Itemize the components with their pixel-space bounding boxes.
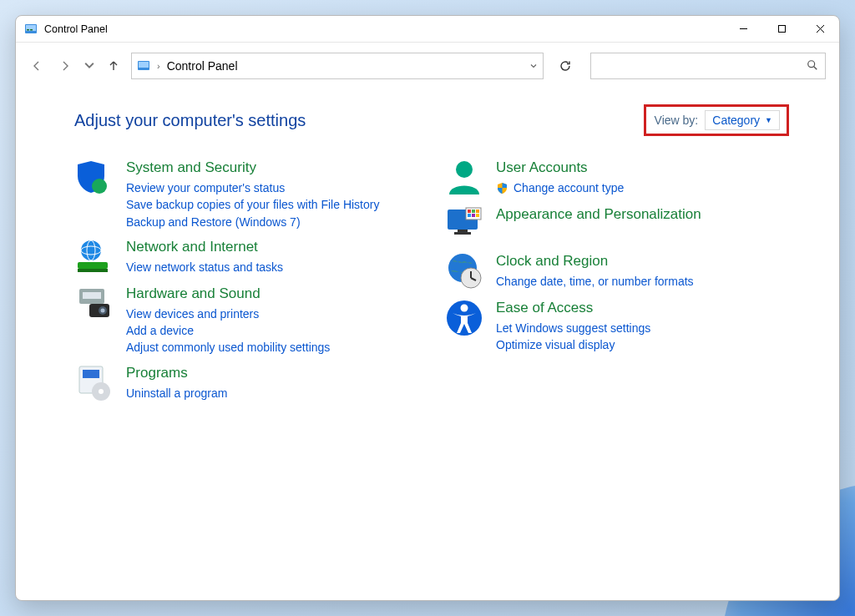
category-link[interactable]: Save backup copies of your files with Fi…: [126, 196, 379, 213]
view-by-label: View by:: [655, 114, 699, 127]
svg-rect-29: [458, 230, 468, 232]
category-title[interactable]: Network and Internet: [126, 239, 283, 255]
category-hardware-sound: Hardware and Sound View devices and prin…: [74, 280, 419, 360]
view-by-value: Category: [712, 114, 760, 127]
search-input[interactable]: [590, 53, 826, 79]
search-icon: [807, 59, 818, 73]
svg-point-26: [99, 389, 104, 394]
monitor-colors-icon: [444, 204, 484, 245]
category-title[interactable]: User Accounts: [496, 159, 624, 176]
minimize-button[interactable]: [724, 16, 762, 42]
svg-rect-32: [468, 210, 471, 213]
uac-shield-icon: [496, 182, 508, 194]
category-link[interactable]: Let Windows suggest settings: [496, 320, 650, 336]
category-link[interactable]: Review your computer's status: [126, 179, 379, 196]
close-button[interactable]: [801, 16, 839, 42]
category-link[interactable]: Optimize visual display: [496, 336, 650, 353]
programs-disc-icon: [74, 363, 114, 403]
page-title: Adjust your computer's settings: [74, 111, 306, 130]
window-title: Control Panel: [44, 23, 724, 35]
breadcrumb[interactable]: Control Panel: [167, 59, 238, 73]
printer-camera-icon: [74, 284, 114, 324]
view-by-highlight: View by: Category ▼: [644, 104, 789, 136]
navigation-row: › Control Panel: [16, 43, 839, 89]
svg-rect-24: [83, 370, 99, 378]
category-link[interactable]: View network status and tasks: [126, 259, 283, 275]
category-link-label: Change account type: [514, 179, 624, 196]
svg-rect-34: [476, 210, 479, 213]
address-bar[interactable]: › Control Panel: [131, 53, 544, 79]
category-network-internet: Network and Internet View network status…: [74, 234, 419, 280]
svg-rect-35: [468, 214, 471, 217]
user-icon: [444, 158, 484, 198]
svg-point-12: [92, 179, 107, 194]
up-button[interactable]: [103, 55, 124, 77]
category-link[interactable]: View devices and printers: [126, 305, 330, 322]
category-link[interactable]: Change date, time, or number formats: [496, 273, 694, 290]
globe-clock-icon: [444, 251, 484, 291]
svg-point-22: [101, 308, 105, 312]
maximize-button[interactable]: [762, 16, 801, 42]
control-panel-icon: [24, 23, 38, 36]
back-button[interactable]: [26, 55, 48, 77]
category-title[interactable]: Ease of Access: [496, 300, 650, 316]
category-user-accounts: User Accounts Change account type: [444, 154, 789, 201]
control-panel-small-icon: [137, 59, 150, 73]
category-link[interactable]: Add a device: [126, 322, 330, 339]
svg-rect-9: [139, 62, 149, 68]
globe-network-icon: [74, 237, 114, 277]
right-column: User Accounts Change account type: [444, 154, 789, 406]
svg-point-13: [81, 240, 101, 260]
accessibility-icon: [444, 298, 484, 338]
category-title[interactable]: Hardware and Sound: [126, 285, 330, 302]
category-appearance-personalization: Appearance and Personalization: [444, 201, 789, 248]
category-title[interactable]: Programs: [126, 365, 227, 381]
left-column: System and Security Review your computer…: [74, 154, 419, 406]
svg-rect-36: [472, 214, 475, 217]
svg-rect-5: [778, 26, 785, 33]
recent-locations-button[interactable]: [83, 55, 96, 77]
chevron-down-icon[interactable]: [529, 60, 538, 73]
shield-icon: [74, 158, 114, 198]
svg-rect-37: [476, 214, 479, 217]
category-title[interactable]: Appearance and Personalization: [496, 206, 701, 223]
category-grid: System and Security Review your computer…: [74, 154, 789, 406]
svg-point-43: [461, 305, 468, 312]
svg-point-27: [456, 161, 473, 178]
view-by-select[interactable]: Category ▼: [705, 110, 780, 130]
svg-rect-33: [472, 210, 475, 213]
svg-point-10: [808, 60, 815, 67]
svg-rect-2: [27, 29, 29, 31]
refresh-button[interactable]: [554, 54, 577, 78]
svg-rect-19: [83, 292, 101, 299]
control-panel-window: Control Panel: [15, 15, 840, 601]
category-link[interactable]: Adjust commonly used mobility settings: [126, 339, 330, 356]
category-link-shielded[interactable]: Change account type: [496, 179, 624, 196]
category-title[interactable]: System and Security: [126, 159, 379, 176]
content-area: Adjust your computer's settings View by:…: [16, 89, 839, 600]
titlebar: Control Panel: [16, 16, 839, 43]
category-title[interactable]: Clock and Region: [496, 253, 694, 270]
svg-line-11: [814, 66, 817, 69]
category-ease-of-access: Ease of Access Let Windows suggest setti…: [444, 295, 789, 357]
category-programs: Programs Uninstall a program: [74, 360, 419, 406]
svg-rect-16: [78, 262, 108, 269]
chevron-right-icon: ›: [157, 61, 160, 71]
svg-rect-30: [454, 232, 471, 235]
category-link[interactable]: Uninstall a program: [126, 385, 227, 401]
category-system-security: System and Security Review your computer…: [74, 154, 419, 234]
svg-rect-17: [78, 269, 108, 272]
caret-down-icon: ▼: [765, 116, 772, 124]
category-link[interactable]: Backup and Restore (Windows 7): [126, 214, 379, 230]
svg-rect-3: [30, 29, 33, 31]
category-clock-region: Clock and Region Change date, time, or n…: [444, 248, 789, 295]
forward-button[interactable]: [54, 55, 76, 77]
